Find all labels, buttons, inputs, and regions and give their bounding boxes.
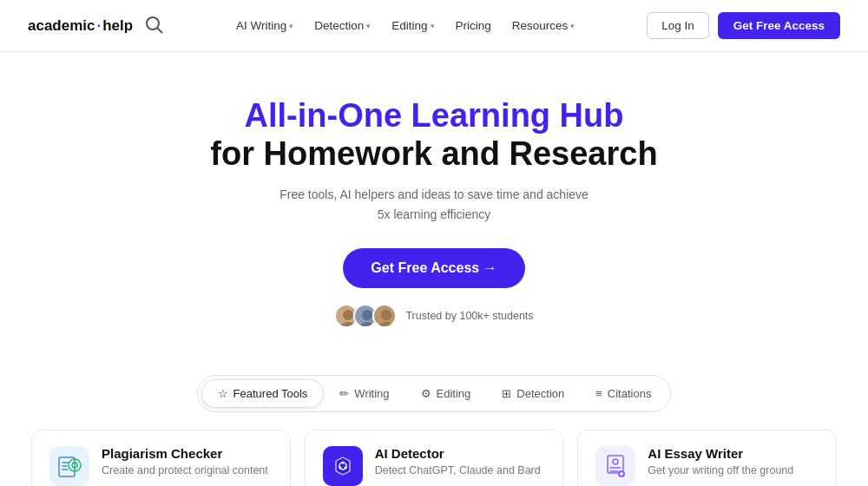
- plagiarism-icon: [49, 446, 89, 486]
- nav-actions: Log In Get Free Access: [647, 12, 840, 39]
- tabs: ☆ Featured Tools ✏ Writing ⚙ Editing ⊞ D…: [197, 375, 672, 412]
- logo-dot: ·: [97, 17, 102, 35]
- nav-detection[interactable]: Detection ▾: [306, 14, 379, 37]
- card-ai-detector[interactable]: AI Detector Detect ChatGPT, Claude and B…: [305, 430, 564, 486]
- hero-heading: All-in-One Learning Hub for Homework and…: [17, 97, 851, 173]
- chevron-down-icon: ▾: [366, 22, 371, 30]
- chevron-down-icon: ▾: [431, 22, 435, 30]
- avatar: [372, 304, 397, 328]
- svg-point-17: [344, 467, 346, 470]
- ai-detector-icon: [323, 446, 363, 486]
- list-icon: ≡: [595, 387, 602, 400]
- search-button[interactable]: [143, 14, 164, 37]
- avatar-group: [334, 304, 397, 328]
- card-plagiarism-content: Plagiarism Checker Create and protect or…: [102, 446, 268, 476]
- svg-point-3: [340, 322, 356, 328]
- svg-point-15: [341, 462, 344, 464]
- logo-text: academic: [28, 17, 95, 35]
- logo[interactable]: academic·help: [28, 14, 164, 37]
- svg-point-0: [147, 17, 159, 30]
- tab-detection[interactable]: ⊞ Detection: [486, 379, 580, 408]
- login-button[interactable]: Log In: [647, 12, 709, 39]
- nav-ai-writing[interactable]: AI Writing ▾: [227, 14, 302, 37]
- svg-point-6: [381, 310, 391, 320]
- tab-featured-tools[interactable]: ☆ Featured Tools: [201, 379, 325, 408]
- hero-cta-button[interactable]: Get Free Access →: [343, 248, 524, 288]
- nav-links: AI Writing ▾ Detection ▾ Editing ▾ Prici…: [227, 14, 583, 37]
- star-icon: ☆: [218, 387, 228, 400]
- grid-icon: ⊞: [502, 387, 511, 400]
- svg-point-4: [362, 310, 372, 320]
- hero-section: All-in-One Learning Hub for Homework and…: [0, 52, 868, 354]
- social-proof: Trusted by 100k+ students: [17, 304, 851, 328]
- svg-point-2: [343, 310, 353, 320]
- card-plagiarism-checker[interactable]: Plagiarism Checker Create and protect or…: [31, 430, 291, 486]
- nav-resources[interactable]: Resources ▾: [503, 14, 584, 37]
- tab-citations[interactable]: ≡ Citations: [580, 379, 667, 408]
- tabs-container: ☆ Featured Tools ✏ Writing ⚙ Editing ⊞ D…: [0, 375, 868, 412]
- svg-point-19: [613, 459, 618, 464]
- card-ai-detector-content: AI Detector Detect ChatGPT, Claude and B…: [375, 446, 541, 476]
- get-free-access-button[interactable]: Get Free Access: [718, 12, 840, 39]
- chevron-down-icon: ▾: [570, 22, 575, 30]
- tab-writing[interactable]: ✏ Writing: [324, 379, 404, 408]
- card-essay-writer-content: AI Essay Writer Get your writing off the…: [648, 446, 793, 476]
- social-proof-text: Trusted by 100k+ students: [405, 310, 533, 322]
- nav-editing[interactable]: Editing ▾: [383, 14, 443, 37]
- chevron-down-icon: ▾: [289, 22, 293, 30]
- hero-subtitle: Free tools, AI helpers and ideas to save…: [17, 185, 851, 224]
- nav-pricing[interactable]: Pricing: [447, 14, 500, 37]
- gear-icon: ⚙: [421, 387, 431, 400]
- cards-grid: Plagiarism Checker Create and protect or…: [0, 412, 868, 486]
- logo-text2: help: [102, 17, 133, 35]
- navbar: academic·help AI Writing ▾ Detection ▾ E…: [0, 0, 868, 52]
- essay-writer-icon: [595, 446, 635, 486]
- pencil-icon: ✏: [339, 387, 349, 400]
- svg-line-1: [158, 29, 163, 34]
- tab-editing[interactable]: ⚙ Editing: [405, 379, 487, 408]
- svg-point-16: [339, 467, 341, 470]
- svg-point-5: [359, 322, 375, 328]
- svg-point-7: [378, 322, 394, 328]
- card-essay-writer[interactable]: AI Essay Writer Get your writing off the…: [577, 430, 837, 486]
